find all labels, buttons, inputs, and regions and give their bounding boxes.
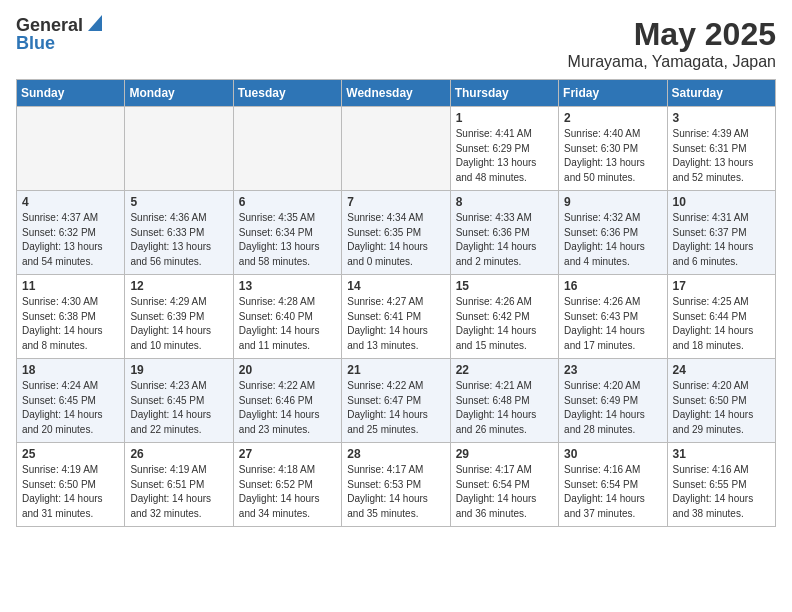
- weekday-header-monday: Monday: [125, 80, 233, 107]
- day-info: Sunrise: 4:19 AM Sunset: 6:50 PM Dayligh…: [22, 463, 119, 521]
- day-number: 28: [347, 447, 444, 461]
- calendar-cell: 1Sunrise: 4:41 AM Sunset: 6:29 PM Daylig…: [450, 107, 558, 191]
- calendar-cell: 27Sunrise: 4:18 AM Sunset: 6:52 PM Dayli…: [233, 443, 341, 527]
- calendar-cell: 28Sunrise: 4:17 AM Sunset: 6:53 PM Dayli…: [342, 443, 450, 527]
- logo-triangle-icon: [84, 15, 102, 33]
- day-info: Sunrise: 4:35 AM Sunset: 6:34 PM Dayligh…: [239, 211, 336, 269]
- day-number: 4: [22, 195, 119, 209]
- day-number: 8: [456, 195, 553, 209]
- day-info: Sunrise: 4:22 AM Sunset: 6:47 PM Dayligh…: [347, 379, 444, 437]
- day-number: 9: [564, 195, 661, 209]
- day-info: Sunrise: 4:29 AM Sunset: 6:39 PM Dayligh…: [130, 295, 227, 353]
- calendar-cell: 15Sunrise: 4:26 AM Sunset: 6:42 PM Dayli…: [450, 275, 558, 359]
- day-number: 11: [22, 279, 119, 293]
- day-number: 22: [456, 363, 553, 377]
- day-number: 30: [564, 447, 661, 461]
- day-info: Sunrise: 4:25 AM Sunset: 6:44 PM Dayligh…: [673, 295, 770, 353]
- weekday-header-thursday: Thursday: [450, 80, 558, 107]
- calendar-cell: 30Sunrise: 4:16 AM Sunset: 6:54 PM Dayli…: [559, 443, 667, 527]
- day-number: 16: [564, 279, 661, 293]
- calendar-cell: 19Sunrise: 4:23 AM Sunset: 6:45 PM Dayli…: [125, 359, 233, 443]
- day-number: 27: [239, 447, 336, 461]
- day-number: 23: [564, 363, 661, 377]
- month-year-title: May 2025: [568, 16, 776, 53]
- calendar-header-row: SundayMondayTuesdayWednesdayThursdayFrid…: [17, 80, 776, 107]
- day-info: Sunrise: 4:20 AM Sunset: 6:50 PM Dayligh…: [673, 379, 770, 437]
- day-number: 5: [130, 195, 227, 209]
- calendar-cell: 26Sunrise: 4:19 AM Sunset: 6:51 PM Dayli…: [125, 443, 233, 527]
- calendar-week-row: 18Sunrise: 4:24 AM Sunset: 6:45 PM Dayli…: [17, 359, 776, 443]
- day-info: Sunrise: 4:19 AM Sunset: 6:51 PM Dayligh…: [130, 463, 227, 521]
- calendar-cell: 20Sunrise: 4:22 AM Sunset: 6:46 PM Dayli…: [233, 359, 341, 443]
- day-info: Sunrise: 4:26 AM Sunset: 6:42 PM Dayligh…: [456, 295, 553, 353]
- day-info: Sunrise: 4:41 AM Sunset: 6:29 PM Dayligh…: [456, 127, 553, 185]
- day-number: 31: [673, 447, 770, 461]
- day-number: 26: [130, 447, 227, 461]
- day-info: Sunrise: 4:21 AM Sunset: 6:48 PM Dayligh…: [456, 379, 553, 437]
- calendar-cell: 4Sunrise: 4:37 AM Sunset: 6:32 PM Daylig…: [17, 191, 125, 275]
- day-number: 12: [130, 279, 227, 293]
- calendar-cell: 9Sunrise: 4:32 AM Sunset: 6:36 PM Daylig…: [559, 191, 667, 275]
- day-number: 18: [22, 363, 119, 377]
- day-number: 7: [347, 195, 444, 209]
- day-info: Sunrise: 4:40 AM Sunset: 6:30 PM Dayligh…: [564, 127, 661, 185]
- calendar-cell: [233, 107, 341, 191]
- day-number: 24: [673, 363, 770, 377]
- day-info: Sunrise: 4:22 AM Sunset: 6:46 PM Dayligh…: [239, 379, 336, 437]
- day-number: 13: [239, 279, 336, 293]
- calendar-week-row: 1Sunrise: 4:41 AM Sunset: 6:29 PM Daylig…: [17, 107, 776, 191]
- calendar-cell: [125, 107, 233, 191]
- day-info: Sunrise: 4:31 AM Sunset: 6:37 PM Dayligh…: [673, 211, 770, 269]
- day-info: Sunrise: 4:36 AM Sunset: 6:33 PM Dayligh…: [130, 211, 227, 269]
- calendar-week-row: 4Sunrise: 4:37 AM Sunset: 6:32 PM Daylig…: [17, 191, 776, 275]
- weekday-header-friday: Friday: [559, 80, 667, 107]
- logo-general-text: General: [16, 16, 83, 34]
- calendar-cell: 3Sunrise: 4:39 AM Sunset: 6:31 PM Daylig…: [667, 107, 775, 191]
- logo: General Blue: [16, 16, 102, 52]
- day-number: 2: [564, 111, 661, 125]
- calendar-cell: 5Sunrise: 4:36 AM Sunset: 6:33 PM Daylig…: [125, 191, 233, 275]
- day-info: Sunrise: 4:17 AM Sunset: 6:54 PM Dayligh…: [456, 463, 553, 521]
- day-info: Sunrise: 4:28 AM Sunset: 6:40 PM Dayligh…: [239, 295, 336, 353]
- calendar-cell: 23Sunrise: 4:20 AM Sunset: 6:49 PM Dayli…: [559, 359, 667, 443]
- day-info: Sunrise: 4:30 AM Sunset: 6:38 PM Dayligh…: [22, 295, 119, 353]
- calendar-cell: 6Sunrise: 4:35 AM Sunset: 6:34 PM Daylig…: [233, 191, 341, 275]
- day-number: 1: [456, 111, 553, 125]
- day-info: Sunrise: 4:37 AM Sunset: 6:32 PM Dayligh…: [22, 211, 119, 269]
- day-number: 10: [673, 195, 770, 209]
- calendar-cell: 22Sunrise: 4:21 AM Sunset: 6:48 PM Dayli…: [450, 359, 558, 443]
- day-info: Sunrise: 4:34 AM Sunset: 6:35 PM Dayligh…: [347, 211, 444, 269]
- calendar-cell: 2Sunrise: 4:40 AM Sunset: 6:30 PM Daylig…: [559, 107, 667, 191]
- location-subtitle: Murayama, Yamagata, Japan: [568, 53, 776, 71]
- calendar-week-row: 11Sunrise: 4:30 AM Sunset: 6:38 PM Dayli…: [17, 275, 776, 359]
- title-area: May 2025 Murayama, Yamagata, Japan: [568, 16, 776, 71]
- calendar-cell: 12Sunrise: 4:29 AM Sunset: 6:39 PM Dayli…: [125, 275, 233, 359]
- day-info: Sunrise: 4:27 AM Sunset: 6:41 PM Dayligh…: [347, 295, 444, 353]
- calendar-cell: 18Sunrise: 4:24 AM Sunset: 6:45 PM Dayli…: [17, 359, 125, 443]
- calendar-cell: 7Sunrise: 4:34 AM Sunset: 6:35 PM Daylig…: [342, 191, 450, 275]
- day-info: Sunrise: 4:32 AM Sunset: 6:36 PM Dayligh…: [564, 211, 661, 269]
- day-number: 20: [239, 363, 336, 377]
- day-info: Sunrise: 4:16 AM Sunset: 6:55 PM Dayligh…: [673, 463, 770, 521]
- calendar-cell: 8Sunrise: 4:33 AM Sunset: 6:36 PM Daylig…: [450, 191, 558, 275]
- day-info: Sunrise: 4:26 AM Sunset: 6:43 PM Dayligh…: [564, 295, 661, 353]
- calendar-cell: 24Sunrise: 4:20 AM Sunset: 6:50 PM Dayli…: [667, 359, 775, 443]
- day-number: 6: [239, 195, 336, 209]
- weekday-header-wednesday: Wednesday: [342, 80, 450, 107]
- calendar-cell: 14Sunrise: 4:27 AM Sunset: 6:41 PM Dayli…: [342, 275, 450, 359]
- day-number: 19: [130, 363, 227, 377]
- calendar-cell: 17Sunrise: 4:25 AM Sunset: 6:44 PM Dayli…: [667, 275, 775, 359]
- day-info: Sunrise: 4:17 AM Sunset: 6:53 PM Dayligh…: [347, 463, 444, 521]
- svg-marker-0: [88, 15, 102, 31]
- day-number: 29: [456, 447, 553, 461]
- calendar-cell: 29Sunrise: 4:17 AM Sunset: 6:54 PM Dayli…: [450, 443, 558, 527]
- calendar-cell: 21Sunrise: 4:22 AM Sunset: 6:47 PM Dayli…: [342, 359, 450, 443]
- day-info: Sunrise: 4:24 AM Sunset: 6:45 PM Dayligh…: [22, 379, 119, 437]
- day-info: Sunrise: 4:33 AM Sunset: 6:36 PM Dayligh…: [456, 211, 553, 269]
- day-info: Sunrise: 4:39 AM Sunset: 6:31 PM Dayligh…: [673, 127, 770, 185]
- calendar-cell: [17, 107, 125, 191]
- calendar-cell: 10Sunrise: 4:31 AM Sunset: 6:37 PM Dayli…: [667, 191, 775, 275]
- calendar-cell: 11Sunrise: 4:30 AM Sunset: 6:38 PM Dayli…: [17, 275, 125, 359]
- calendar-cell: 16Sunrise: 4:26 AM Sunset: 6:43 PM Dayli…: [559, 275, 667, 359]
- calendar-cell: 13Sunrise: 4:28 AM Sunset: 6:40 PM Dayli…: [233, 275, 341, 359]
